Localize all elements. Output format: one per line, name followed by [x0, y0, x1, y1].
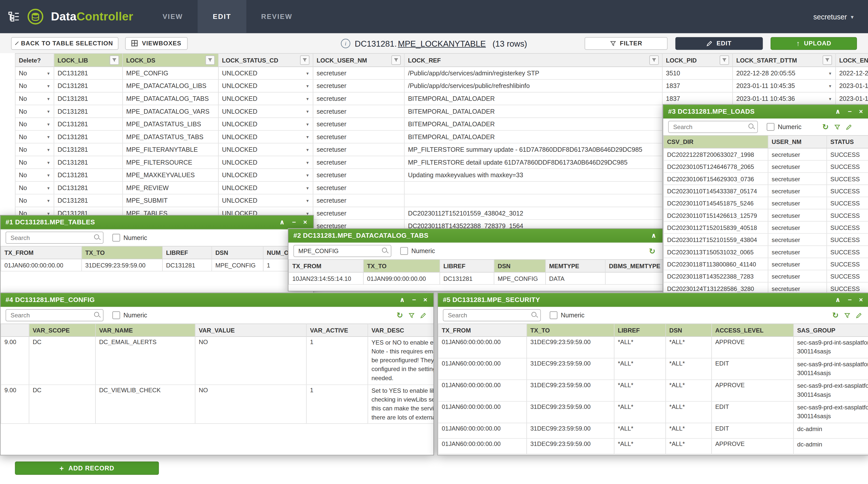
table-cell[interactable]: secretuser [313, 143, 405, 156]
table-cell[interactable]: secretuser [313, 194, 405, 207]
table-cell[interactable]: NO [195, 385, 307, 424]
table-row[interactable]: DC20230110T145433387_05174secretuserSUCC… [663, 185, 868, 197]
column-header[interactable]: LOCK_LIB [54, 53, 123, 67]
table-cell[interactable]: secretuser [313, 80, 405, 92]
table-cell[interactable]: secretuser [768, 148, 827, 161]
column-header[interactable]: TX_FROM [0, 246, 82, 259]
table-cell[interactable]: UNLOCKED▼ [219, 169, 313, 182]
table-cell[interactable]: sec-sas9-prd-int-sasplatform-300114sasjs [794, 359, 868, 380]
dropdown-caret-icon[interactable]: ▼ [306, 122, 309, 126]
table-cell[interactable]: APPROVE [712, 380, 794, 401]
table-cell[interactable]: 31DEC99:23:59:59.00 [527, 380, 614, 401]
table-row[interactable]: 01JAN60:00:00:00.0031DEC99:23:59:59.00*A… [438, 423, 868, 438]
viewbox-titlebar[interactable]: #5 DC131281.MPE_SECURITY ∧ − × [438, 293, 868, 307]
table-cell[interactable]: DC20230106T154629303_0736 [663, 173, 769, 185]
table-cell[interactable]: DC20230113T150531032_0065 [663, 246, 769, 258]
table-cell[interactable]: No▼ [15, 92, 54, 105]
column-header[interactable]: USER_NM [768, 135, 827, 148]
column-header[interactable]: TX_FROM [288, 259, 364, 273]
close-icon[interactable]: × [859, 296, 863, 303]
table-cell[interactable]: 31DEC99:23:59:59.00 [527, 402, 614, 423]
column-header[interactable]: LOCK_STATUS_CD [219, 53, 313, 67]
table-cell[interactable]: *ALL* [666, 402, 712, 423]
table-row[interactable]: No▼DC131281MPE_CONFIGUNLOCKED▼secretuser… [15, 67, 868, 80]
dropdown-caret-icon[interactable]: ▼ [46, 71, 51, 75]
table-cell[interactable]: MPE_DATACATALOG_VARS [123, 105, 219, 118]
table-cell[interactable]: secretuser [768, 258, 827, 270]
table-cell[interactable]: 01JAN60:00:00:00.00 [438, 423, 527, 438]
table-cell[interactable]: UNLOCKED▼ [219, 105, 313, 118]
viewbox-titlebar[interactable]: #3 DC131281.MPE_LOADS ∧ − × [663, 105, 868, 118]
table-cell[interactable]: 01JAN60:00:00:00.00 [0, 259, 82, 272]
table-cell[interactable]: DC131281 [54, 67, 123, 80]
table-cell[interactable]: 01JAN60:00:00:00.00 [438, 402, 527, 423]
add-record-button[interactable]: + ADD RECORD [15, 461, 159, 475]
table-cell[interactable]: EDIT [712, 359, 794, 380]
table-cell[interactable]: SUCCESS [827, 173, 868, 185]
table-row[interactable]: No▼DC131281MPE_DATACATALOG_LIBSUNLOCKED▼… [15, 80, 868, 92]
column-header[interactable]: LOCK_DS [123, 53, 219, 67]
table-cell[interactable]: DC [29, 385, 96, 424]
table-cell[interactable]: 2022-12-28 20:05:55▼ [733, 67, 836, 80]
table-cell[interactable]: 01JAN60:00:00:00.00 [438, 359, 527, 380]
table-cell[interactable]: *ALL* [614, 402, 666, 423]
table-cell[interactable]: UNLOCKED▼ [219, 80, 313, 92]
table-cell[interactable]: SUCCESS [827, 209, 868, 222]
table-cell[interactable]: SUCCESS [827, 161, 868, 173]
table-cell[interactable]: UNLOCKED▼ [219, 118, 313, 131]
table-cell[interactable]: secretuser [313, 92, 405, 105]
table-cell[interactable]: MP_FILTERSTORE detail update 61D7A7860DD… [405, 156, 663, 169]
dropdown-caret-icon[interactable]: ▼ [46, 96, 51, 100]
refresh-icon[interactable]: ↻ [822, 123, 829, 131]
table-cell[interactable]: MPE_FILTERANYTABLE [123, 143, 219, 156]
table-row[interactable]: DC20230110T151426613_12579secretuserSUCC… [663, 209, 868, 222]
table-cell[interactable]: MPE_DATACATALOG_LIBS [123, 80, 219, 92]
table-row[interactable]: DC20230105T124646778_2065secretuserSUCCE… [663, 161, 868, 173]
table-cell[interactable]: *ALL* [614, 359, 666, 380]
column-header[interactable]: TX_FROM [438, 323, 527, 337]
table-row[interactable]: DC20230118T113800860_41140secretuserSUCC… [663, 258, 868, 270]
table-cell[interactable]: 2023-01-11 10:45:36▼ [733, 92, 836, 105]
table-cell[interactable]: 31DEC99:23:59:59.00 [527, 423, 614, 438]
table-row[interactable]: DC20230112T152015839_40518secretuserSUCC… [663, 222, 868, 234]
dropdown-caret-icon[interactable]: ▼ [46, 160, 51, 164]
tab-view[interactable]: VIEW [148, 0, 198, 33]
edit-button[interactable]: EDIT [675, 37, 763, 50]
table-cell[interactable]: dc-admin [794, 438, 868, 454]
table-cell[interactable]: MPE_DATASTATUS_TABS [123, 131, 219, 144]
column-header[interactable]: LOCK_START_DTTM [733, 53, 836, 67]
column-header[interactable]: LOCK_END_DTTM [836, 53, 868, 67]
viewboxes-button[interactable]: VIEWBOXES [125, 37, 188, 50]
collapse-icon[interactable]: ∧ [835, 108, 841, 115]
funnel-icon[interactable] [834, 124, 840, 130]
table-cell[interactable]: secretuser [313, 169, 405, 182]
dropdown-caret-icon[interactable]: ▼ [46, 84, 51, 88]
table-cell[interactable]: *ALL* [614, 423, 666, 438]
table-cell[interactable]: 10JAN23:14:55:14.10 [288, 273, 364, 285]
table-row[interactable]: DC20230118T143522388_7283secretuserSUCCE… [663, 270, 868, 282]
column-header[interactable]: LOCK_USER_NM [313, 53, 405, 67]
table-cell[interactable]: 2023-01-11 10:45:36▼ [836, 92, 868, 105]
column-header[interactable]: DSN [212, 246, 264, 259]
table-cell[interactable]: DC131281 [54, 105, 123, 118]
table-row[interactable]: 10JAN23:14:55:14.1001JAN99:00:00:00.00DC… [288, 273, 663, 285]
dropdown-caret-icon[interactable]: ▼ [46, 211, 51, 215]
table-cell[interactable]: UNLOCKED▼ [219, 92, 313, 105]
checkbox-box[interactable] [112, 234, 120, 241]
table-cell[interactable]: secretuser [768, 222, 827, 234]
numeric-checkbox[interactable]: Numeric [550, 311, 584, 319]
table-cell[interactable]: EDIT [712, 402, 794, 423]
column-header[interactable]: ACCESS_LEVEL [712, 323, 794, 337]
table-row[interactable]: 01JAN60:00:00:00.0031DEC99:23:59:59.00*A… [438, 380, 868, 401]
table-cell[interactable]: secretuser [768, 246, 827, 258]
table-cell[interactable]: 1837 [663, 92, 733, 105]
search-input[interactable] [5, 309, 103, 321]
refresh-icon[interactable]: ↻ [397, 311, 403, 319]
dropdown-caret-icon[interactable]: ▼ [306, 148, 309, 151]
table-cell[interactable]: secretuser [768, 185, 827, 197]
table-cell[interactable]: DC131281 [54, 143, 123, 156]
numeric-checkbox[interactable]: Numeric [112, 311, 147, 319]
minimize-icon[interactable]: − [292, 219, 296, 225]
dropdown-caret-icon[interactable]: ▼ [46, 199, 51, 202]
table-cell[interactable]: secretuser [768, 270, 827, 282]
